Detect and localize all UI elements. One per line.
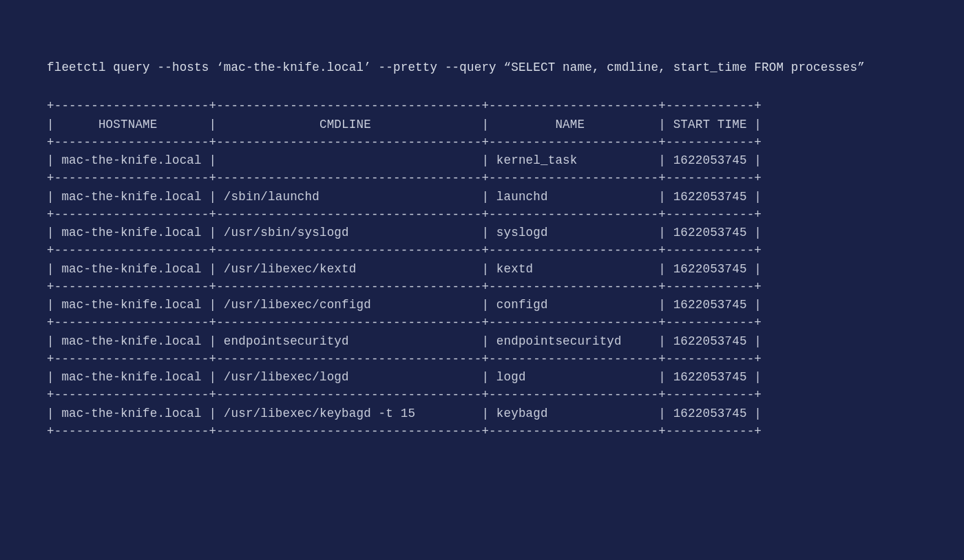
command-line: fleetctl query --hosts ‘mac-the-knife.lo…	[47, 58, 914, 76]
command-text: fleetctl query --hosts ‘mac-the-knife.lo…	[47, 61, 865, 74]
ascii-table: +---------------------+-----------------…	[47, 97, 917, 440]
